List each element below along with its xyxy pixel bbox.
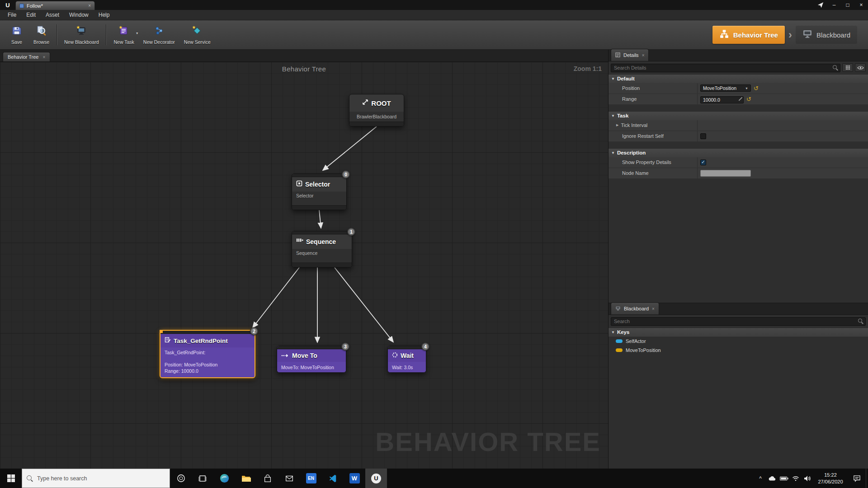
reset-to-default-icon[interactable]: ↺ (746, 96, 751, 102)
mode-behavior-tree-button[interactable]: Behavior Tree (712, 26, 785, 44)
execution-index-badge: 2 (250, 327, 258, 335)
language-indicator[interactable]: EN (300, 469, 322, 488)
vscode-icon[interactable] (322, 469, 344, 488)
minimize-button[interactable]: – (827, 0, 841, 10)
root-output-pin[interactable] (349, 122, 404, 126)
menu-asset[interactable]: Asset (41, 10, 64, 20)
node-task-getrndpoint[interactable]: Task_GetRndPoint Task_GetRndPoint: Posit… (160, 330, 255, 378)
word-icon[interactable]: W (344, 469, 365, 488)
mode-blackboard-button[interactable]: Blackboard (796, 26, 857, 44)
position-dropdown[interactable]: MoveToPosition ▼ (700, 84, 751, 92)
tab-close-icon[interactable]: × (642, 53, 645, 58)
tray-expand-icon[interactable]: ^ (755, 469, 766, 488)
range-input[interactable] (700, 96, 744, 103)
feedback-icon[interactable] (814, 2, 827, 8)
menu-help[interactable]: Help (94, 10, 115, 20)
edge-browser-icon[interactable] (213, 469, 235, 488)
details-search-input[interactable] (611, 64, 840, 72)
category-default[interactable]: ▼ Default (609, 74, 868, 83)
ignore-restart-self-checkbox[interactable] (700, 133, 706, 139)
close-button[interactable]: × (854, 0, 868, 10)
reset-to-default-icon[interactable]: ↺ (754, 85, 759, 91)
category-task[interactable]: ▼ Task (609, 111, 868, 120)
menu-window[interactable]: Window (64, 10, 94, 20)
sequence-input-pin[interactable] (292, 231, 352, 235)
tab-close-icon[interactable]: × (88, 3, 91, 8)
view-options-eye-button[interactable] (855, 63, 866, 72)
blackboard-key-movetoposition[interactable]: MoveToPosition (609, 346, 868, 355)
property-matrix-button[interactable] (842, 63, 853, 72)
chevron-down-icon: ▼ (745, 87, 748, 90)
graph-watermark: BEHAVIOR TREE (375, 427, 601, 457)
clock-time: 15:22 (813, 472, 848, 479)
save-button[interactable]: Save (5, 23, 29, 47)
wifi-icon[interactable] (790, 469, 802, 488)
category-description[interactable]: ▼ Description (609, 148, 868, 157)
task-view-button[interactable] (192, 469, 213, 488)
selector-input-pin[interactable] (292, 174, 346, 177)
microsoft-store-icon[interactable] (257, 469, 278, 488)
node-move-to[interactable]: Move To MoveTo: MoveToPosition 3 (277, 346, 346, 373)
tab-behavior-tree[interactable]: Behavior Tree × (3, 52, 50, 61)
task-input-pin[interactable] (160, 331, 255, 334)
battery-icon[interactable] (778, 469, 790, 488)
window-tab-follow[interactable]: Follow* × (15, 1, 95, 10)
window-tab-title: Follow* (27, 3, 43, 9)
browse-button[interactable]: Browse (29, 23, 54, 47)
unreal-editor-window: U Follow* × – □ × File Edit Asset Window… (0, 0, 868, 488)
taskbar-search-input[interactable] (37, 475, 165, 482)
start-button[interactable] (0, 469, 22, 488)
wait-input-pin[interactable] (388, 346, 426, 349)
menu-edit[interactable]: Edit (21, 10, 41, 20)
expander-icon[interactable]: ▼ (611, 114, 615, 118)
new-blackboard-button[interactable]: New Blackboard (60, 23, 103, 47)
node-root[interactable]: ROOT BrawlerBlackboard (349, 94, 404, 127)
new-task-button[interactable]: New Task ▼ (109, 23, 138, 47)
mail-icon[interactable] (278, 469, 300, 488)
tab-close-icon[interactable]: × (42, 55, 45, 60)
behavior-tree-graph-canvas[interactable]: Behavior Tree Zoom 1:1 BEHAVIOR TREE (0, 62, 608, 469)
taskbar-search-box[interactable] (22, 469, 170, 488)
blackboard-key-selfactor[interactable]: SelfActor (609, 337, 868, 346)
node-name-input[interactable] (700, 170, 751, 177)
tab-details[interactable]: Details × (611, 49, 649, 61)
property-row-range: Range ↺ (609, 94, 868, 105)
selector-output-pin[interactable] (292, 205, 346, 210)
property-row-tick-interval: ▶ Tick Interval (609, 120, 868, 131)
menu-file[interactable]: File (3, 10, 21, 20)
file-explorer-icon[interactable] (235, 469, 257, 488)
value-slider-icon[interactable] (739, 97, 742, 101)
property-row-show-property-details: Show Property Details ✓ (609, 157, 868, 168)
details-search-row (609, 61, 868, 74)
expander-icon[interactable]: ▼ (611, 151, 615, 155)
expander-icon[interactable]: ▶ (616, 123, 618, 127)
expander-icon[interactable]: ▼ (611, 77, 615, 81)
root-blackboard-asset: BrawlerBlackboard (349, 112, 404, 122)
category-keys[interactable]: ▼ Keys (609, 328, 868, 337)
tab-close-icon[interactable]: × (652, 306, 655, 311)
browse-icon (36, 25, 47, 38)
cortana-button[interactable] (170, 469, 192, 488)
volume-icon[interactable] (802, 469, 813, 488)
save-icon (11, 25, 22, 38)
node-sequence[interactable]: Sequence Sequence 1 (292, 231, 352, 267)
blackboard-search-input[interactable] (611, 317, 866, 326)
unreal-taskbar-icon[interactable]: U (365, 469, 387, 488)
new-service-button[interactable]: New Service (179, 23, 215, 47)
node-selector[interactable]: Selector Selector 0 (292, 174, 347, 210)
show-property-details-checkbox[interactable]: ✓ (700, 160, 706, 165)
taskbar-clock[interactable]: 15:22 27/06/2020 (813, 472, 848, 485)
node-wait[interactable]: Wait Wait: 3.0s 4 (387, 346, 426, 373)
new-task-dropdown-caret[interactable]: ▼ (136, 32, 139, 35)
sequence-output-pin[interactable] (292, 263, 352, 267)
moveto-input-pin[interactable] (277, 346, 346, 349)
action-center-button[interactable] (848, 469, 866, 488)
asset-icon (19, 4, 24, 8)
show-desktop-button[interactable] (866, 469, 868, 488)
onedrive-cloud-icon[interactable] (766, 469, 778, 488)
key-type-object-icon (616, 339, 623, 343)
tab-blackboard[interactable]: Blackboard × (611, 302, 659, 314)
maximize-button[interactable]: □ (841, 0, 854, 10)
new-decorator-button[interactable]: New Decorator (139, 23, 179, 47)
expander-icon[interactable]: ▼ (611, 330, 615, 334)
